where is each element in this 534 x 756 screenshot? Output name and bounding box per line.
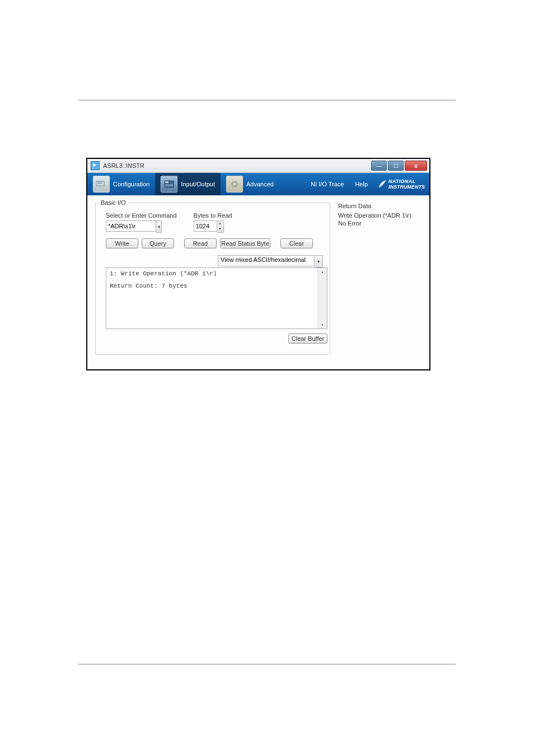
command-column: Select or Enter Command ▾ xyxy=(106,212,177,233)
chevron-down-icon[interactable]: ▾ xyxy=(156,220,162,233)
log-line: 1: Write Operation (*ADR 1\r) xyxy=(110,270,324,277)
svg-point-7 xyxy=(233,183,236,185)
help-link[interactable]: Help xyxy=(349,173,373,195)
scroll-up-icon[interactable]: ▴ xyxy=(321,269,324,274)
io-icon xyxy=(161,176,177,192)
window-title: ASRL3::INSTR xyxy=(103,162,371,169)
gear-icon xyxy=(226,176,243,192)
chevron-down-icon[interactable]: ▾ xyxy=(315,255,323,267)
clear-buffer-button[interactable]: Clear Buffer xyxy=(288,334,327,344)
content-area: Basic I/O Select or Enter Command ▾ Byte… xyxy=(87,196,429,369)
command-input[interactable] xyxy=(106,220,156,232)
ni-swoosh-icon xyxy=(378,180,387,189)
return-data-panel: Return Data Write Operation (*ADR 1\r) N… xyxy=(338,203,424,227)
bytes-column: Bytes to Read ▲▼ xyxy=(194,212,232,233)
divider-bottom xyxy=(78,664,456,665)
maximize-button[interactable]: ☐ xyxy=(388,161,404,171)
command-row: Select or Enter Command ▾ Bytes to Read xyxy=(106,212,323,233)
tab-label: Input/Output xyxy=(181,181,215,187)
log-output[interactable]: 1: Write Operation (*ADR 1\r) Return Cou… xyxy=(106,267,327,329)
page: ASRL3::INSTR — ☐ x Configuration Input/O… xyxy=(0,0,534,756)
window-buttons: — ☐ x xyxy=(371,161,427,171)
spinner-buttons[interactable]: ▲▼ xyxy=(217,220,224,233)
basic-io-fieldset: Basic I/O Select or Enter Command ▾ Byte… xyxy=(95,203,330,355)
svg-rect-4 xyxy=(165,181,168,183)
bytes-input[interactable] xyxy=(194,220,217,232)
write-button[interactable]: Write xyxy=(106,238,138,248)
divider-top xyxy=(78,100,456,101)
command-combo[interactable]: ▾ xyxy=(106,220,162,233)
link-label: NI I/O Trace xyxy=(311,181,344,187)
command-label: Select or Enter Command xyxy=(106,212,177,219)
tab-configuration[interactable]: Configuration xyxy=(87,173,155,195)
titlebar: ASRL3::INSTR — ☐ x xyxy=(87,159,429,173)
read-button[interactable]: Read xyxy=(184,238,217,248)
minimize-button[interactable]: — xyxy=(371,161,387,171)
log-line: Return Count: 7 bytes xyxy=(110,283,324,289)
link-label: Help xyxy=(355,181,368,187)
tab-label: Configuration xyxy=(113,181,149,187)
app-icon xyxy=(91,161,100,170)
svg-rect-5 xyxy=(165,184,173,186)
basic-io-panel: Basic I/O Select or Enter Command ▾ Byte… xyxy=(95,203,330,355)
scroll-down-icon[interactable]: ▾ xyxy=(321,322,324,327)
return-data-title: Return Data xyxy=(338,203,424,209)
ni-logo: NATIONAL INSTRUMENTS xyxy=(373,179,429,190)
view-mode-value: View mixed ASCII/hexadecimal xyxy=(218,255,315,266)
application-window: ASRL3::INSTR — ☐ x Configuration Input/O… xyxy=(86,158,430,370)
ni-io-trace-link[interactable]: NI I/O Trace xyxy=(305,173,349,195)
query-button[interactable]: Query xyxy=(142,238,174,248)
view-mode-select[interactable]: View mixed ASCII/hexadecimal ▾ xyxy=(218,255,323,267)
tab-label: Advanced xyxy=(246,181,274,187)
scrollbar[interactable]: ▴ ▾ xyxy=(317,268,327,328)
fieldset-legend: Basic I/O xyxy=(99,199,128,206)
clear-buffer-row: Clear Buffer xyxy=(106,334,327,344)
tab-input-output[interactable]: Input/Output xyxy=(155,173,221,195)
button-row: Write Query Read Read Status Byte Clear xyxy=(106,238,323,248)
tab-advanced[interactable]: Advanced xyxy=(221,173,279,195)
view-mode-row: View mixed ASCII/hexadecimal ▾ xyxy=(106,255,323,267)
return-data-line: Write Operation (*ADR 1\r) xyxy=(338,212,424,219)
configuration-icon xyxy=(93,176,110,192)
read-status-byte-button[interactable]: Read Status Byte xyxy=(220,238,270,248)
close-button[interactable]: x xyxy=(405,161,427,171)
clear-button[interactable]: Clear xyxy=(280,238,313,248)
ni-logo-text: NATIONAL INSTRUMENTS xyxy=(388,179,425,190)
toolbar: Configuration Input/Output Advanced NI I… xyxy=(87,173,429,195)
bytes-spinner[interactable]: ▲▼ xyxy=(194,220,224,233)
return-data-line: No Error xyxy=(338,219,424,227)
bytes-label: Bytes to Read xyxy=(194,212,232,219)
